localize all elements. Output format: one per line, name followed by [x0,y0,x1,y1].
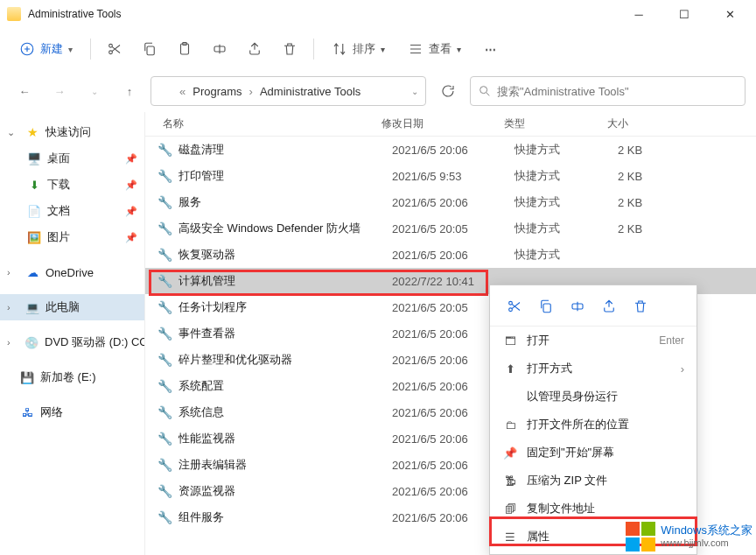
up-button[interactable]: ↑ [116,77,144,105]
back-button[interactable]: ← [10,77,38,105]
file-date: 2021/6/5 20:05 [392,222,514,235]
shortcut-icon: 🔧 [156,220,173,237]
shortcut-icon: 🔧 [156,272,173,290]
col-name[interactable]: 名称 [163,116,382,131]
file-name: 系统配置 [178,378,392,394]
file-row[interactable]: 🔧磁盘清理2021/6/5 20:06快捷方式2 KB [145,137,756,163]
maximize-button[interactable]: ☐ [665,2,704,26]
file-name: 恢复驱动器 [178,247,392,263]
shortcut-icon: 🔧 [156,351,173,369]
shortcut-icon: 🔧 [156,299,173,316]
svg-rect-10 [543,304,550,313]
sort-button[interactable]: 排序 ▾ [323,36,394,62]
sidebar-quick-access[interactable]: ⌄★快速访问 [0,119,144,145]
svg-point-9 [509,308,513,312]
col-date[interactable]: 修改日期 [382,116,504,131]
context-menu: 🗔打开Enter ⬆打开方式› 以管理员身份运行 🗀打开文件所在的位置 📌固定到… [489,285,697,555]
watermark: Windows系统之家www.bjjmlv.com [626,522,752,551]
refresh-button[interactable] [433,76,463,106]
file-name: 计算机管理 [178,273,392,289]
chevron-down-icon: ▾ [68,45,73,54]
chevron-down-icon: ▾ [381,45,385,54]
close-button[interactable]: ✕ [710,2,749,26]
breadcrumb-admintools[interactable]: Administrative Tools [260,85,360,98]
sidebar-thispc[interactable]: ›💻此电脑 [0,294,144,320]
cut-button[interactable] [100,36,130,62]
chevron-down-icon: ▾ [457,45,461,54]
search-input[interactable] [497,85,738,98]
file-size: 2 KB [618,170,688,183]
shortcut-icon: 🔧 [156,193,173,211]
breadcrumb-overflow[interactable]: « [178,85,187,98]
ctx-open-location[interactable]: 🗀打开文件所在的位置 [490,411,696,439]
sidebar-dvd[interactable]: ›💿DVD 驱动器 (D:) CC [0,329,144,355]
zip-icon: 🗜 [502,474,518,488]
more-button[interactable]: ⋯ [475,38,505,61]
shortcut-icon: 🔧 [156,377,173,395]
file-name: 任务计划程序 [178,299,392,315]
rename-button[interactable] [205,36,234,62]
file-name: 性能监视器 [178,431,392,446]
file-size: 2 KB [618,222,688,235]
breadcrumb-programs[interactable]: Programs [192,85,242,98]
file-type: 快捷方式 [514,221,618,236]
shortcut-icon: 🔧 [156,141,173,158]
svg-point-8 [509,301,513,305]
sidebar-documents[interactable]: 📄文档📌 [0,198,144,224]
new-button[interactable]: 新建 ▾ [10,36,81,62]
window-title: Administrative Tools [28,8,620,20]
pin-icon: 📌 [125,179,137,191]
share-button[interactable] [240,36,270,62]
delete-button[interactable] [275,36,304,62]
file-row[interactable]: 🔧高级安全 Windows Defender 防火墙2021/6/5 20:05… [145,215,756,242]
ctx-copy-path[interactable]: 🗐复制文件地址 [490,495,696,523]
address-bar[interactable]: « Programs › Administrative Tools ⌄ [150,76,426,106]
file-name: 事件查看器 [178,326,392,341]
ctx-compress-zip[interactable]: 🗜压缩为 ZIP 文件 [490,467,696,495]
sidebar-network[interactable]: 🖧网络 [0,399,144,425]
minimize-button[interactable]: ─ [620,2,658,26]
col-type[interactable]: 类型 [504,116,607,131]
sidebar-onedrive[interactable]: ›☁OneDrive [0,259,144,285]
sidebar-desktop[interactable]: 🖥️桌面📌 [0,145,144,172]
ctx-share[interactable] [597,294,621,319]
scissors-icon [507,299,522,314]
file-row[interactable]: 🔧打印管理2021/6/5 9:53快捷方式2 KB [145,163,756,189]
ctx-run-as-admin[interactable]: 以管理员身份运行 [490,383,696,411]
col-size[interactable]: 大小 [607,116,677,131]
column-headers: 名称 修改日期 类型 大小 [145,112,756,137]
view-button[interactable]: 查看 ▾ [399,36,470,62]
forward-button[interactable]: → [46,77,74,105]
sidebar-downloads[interactable]: ⬇下载📌 [0,172,144,198]
folder-icon [7,7,21,21]
command-bar: 新建 ▾ 排序 ▾ 查看 ▾ ⋯ [0,28,756,70]
shortcut-icon: 🔧 [156,404,173,421]
copy-button[interactable] [135,36,164,62]
ctx-cut[interactable] [502,294,527,319]
ctx-delete[interactable] [628,294,653,319]
file-size: 2 KB [618,144,688,157]
svg-point-1 [109,44,113,47]
sidebar-pictures[interactable]: 🖼️图片📌 [0,224,144,250]
search-box[interactable] [470,76,746,106]
ctx-rename[interactable] [565,294,590,319]
list-icon [408,41,424,57]
file-name: 注册表编辑器 [178,457,392,473]
ctx-open[interactable]: 🗔打开Enter [490,327,696,355]
ctx-pin-start[interactable]: 📌固定到"开始"屏幕 [490,439,696,467]
ctx-open-with[interactable]: ⬆打开方式› [490,355,696,383]
file-name: 服务 [178,194,392,210]
paste-button[interactable] [170,36,200,62]
ctx-copy[interactable] [534,294,558,319]
plus-circle-icon [19,41,35,57]
file-row[interactable]: 🔧恢复驱动器2021/6/5 20:06快捷方式 [145,242,756,268]
file-size: 2 KB [618,196,688,209]
chevron-down-icon[interactable]: ⌄ [411,87,418,96]
view-label: 查看 [429,41,452,57]
recent-button[interactable]: ⌄ [80,77,108,105]
sidebar-volume-e[interactable]: 💾新加卷 (E:) [0,364,144,390]
file-row[interactable]: 🔧服务2021/6/5 20:06快捷方式2 KB [145,189,756,215]
trash-icon [282,41,298,57]
file-name: 磁盘清理 [178,142,392,158]
shortcut-icon: 🔧 [156,482,173,500]
